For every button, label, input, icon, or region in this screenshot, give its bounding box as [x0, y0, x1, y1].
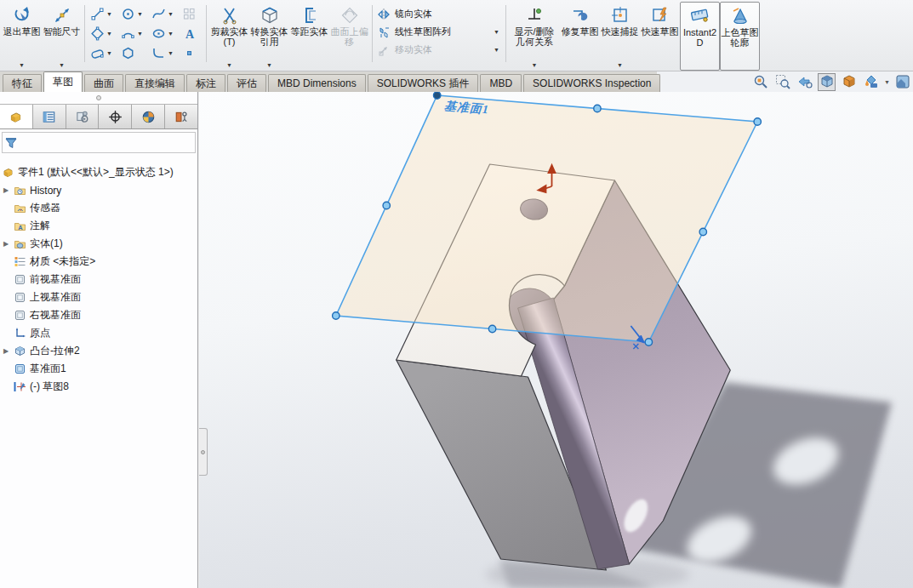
tree-item-history[interactable]: ▶ History: [0, 181, 197, 199]
dropdown-caret-icon[interactable]: ▼: [42, 62, 82, 68]
tab-direct-editing[interactable]: 直接编辑: [125, 74, 185, 92]
spline-icon: [151, 7, 166, 21]
tab-label: 曲面: [94, 77, 114, 91]
zoom-to-area-button[interactable]: [773, 73, 791, 91]
offset-entities-button[interactable]: 等距实体: [289, 2, 329, 71]
tree-item-material[interactable]: 材质 <未指定>: [0, 253, 197, 271]
part-title: 零件1 (默认<<默认>_显示状态 1>): [18, 165, 174, 180]
plane-edge-handle: [699, 228, 706, 235]
viewport-canvas[interactable]: 基准面1: [199, 92, 913, 588]
display-delete-relations-button[interactable]: 显示/删除几何关系 ▼: [509, 2, 560, 71]
smart-dimension-label: 智能尺寸: [43, 26, 81, 37]
dropdown-caret-icon[interactable]: ▼: [168, 50, 174, 56]
quick-snaps-button[interactable]: 快速捕捉 ▼: [600, 2, 640, 71]
dropdown-caret-icon[interactable]: ▼: [106, 50, 112, 56]
tree-item-solid-bodies[interactable]: ▶ 实体(1): [0, 235, 197, 253]
rectangle-tool-button[interactable]: ▼: [88, 24, 118, 43]
surface-offset-button-disabled: 曲面上偏移: [329, 2, 369, 71]
tree-item-top-plane[interactable]: 上视基准面: [0, 288, 197, 306]
reference-plane-face[interactable]: [336, 95, 757, 342]
text-icon: A: [182, 26, 197, 41]
dropdown-caret-icon[interactable]: ▼: [249, 62, 289, 68]
tab-solidworks-addins[interactable]: SOLIDWORKS 插件: [368, 74, 479, 92]
tab-feature-manager[interactable]: [0, 105, 33, 128]
zoom-to-fit-button[interactable]: [751, 73, 769, 91]
instant2d-button[interactable]: Instant2D: [680, 2, 720, 71]
tab-configuration-manager[interactable]: [66, 105, 100, 128]
expand-arrow-icon[interactable]: ▶: [2, 186, 10, 194]
graphics-viewport[interactable]: 基准面1: [199, 92, 913, 588]
tree-item-sensors[interactable]: 传感器: [0, 199, 197, 217]
tab-evaluate[interactable]: 评估: [227, 74, 266, 92]
dropdown-caret-icon[interactable]: ▼: [600, 62, 640, 68]
tab-property-manager[interactable]: [33, 105, 66, 128]
expand-arrow-icon[interactable]: ▶: [2, 240, 10, 248]
spline-tool-button[interactable]: ▼: [149, 4, 180, 24]
shaded-sketch-contours-button[interactable]: 上色草图轮廓: [720, 2, 760, 71]
tab-mbd-dimensions[interactable]: MBD Dimensions: [268, 74, 366, 92]
trim-entities-button[interactable]: 剪裁实体(T) ▼: [209, 2, 249, 71]
line-tool-button[interactable]: ▼: [88, 4, 118, 24]
polygon-tool-button[interactable]: [118, 43, 149, 63]
dropdown-caret-icon[interactable]: ▼: [106, 31, 112, 37]
display-style-icon: [842, 74, 857, 89]
tree-item-plane1[interactable]: 基准面1: [0, 360, 197, 378]
tree-filter-bar[interactable]: [2, 132, 196, 153]
tab-mbd[interactable]: MBD: [480, 74, 522, 92]
apply-scene-button[interactable]: [894, 73, 912, 91]
dropdown-caret-icon[interactable]: ▼: [884, 79, 890, 85]
arc-tool-button[interactable]: ▼: [118, 24, 149, 43]
circle-tool-button[interactable]: ▼: [118, 4, 149, 24]
toolbar-separator: [206, 5, 207, 62]
ellipse-tool-button[interactable]: ▼: [149, 24, 180, 43]
panel-collapse-handle[interactable]: [199, 428, 208, 476]
display-style-button[interactable]: [840, 73, 858, 91]
view-orientation-button[interactable]: [818, 73, 836, 91]
dropdown-caret-icon[interactable]: ▼: [168, 11, 174, 17]
text-tool-button[interactable]: A: [180, 24, 203, 43]
dropdown-caret-icon[interactable]: ▼: [137, 11, 143, 17]
tab-solidworks-inspection[interactable]: SOLIDWORKS Inspection: [523, 74, 660, 92]
tab-cam-manager[interactable]: [165, 105, 197, 128]
exit-sketch-button[interactable]: 退出草图 ▼: [2, 2, 42, 71]
point-icon: [182, 46, 197, 60]
plane-edge-handle: [594, 105, 601, 111]
panel-splitter-handle[interactable]: [0, 92, 197, 104]
tree-item-front-plane[interactable]: 前视基准面: [0, 271, 197, 288]
dropdown-caret-icon[interactable]: ▼: [209, 62, 249, 68]
expand-arrow-icon[interactable]: ▶: [2, 347, 10, 355]
rapid-sketch-button[interactable]: 快速草图: [640, 2, 680, 71]
dropdown-caret-icon[interactable]: ▼: [106, 11, 112, 17]
tree-item-annotations[interactable]: A 注解: [0, 217, 197, 235]
point-tool-button[interactable]: [180, 43, 203, 63]
tab-features[interactable]: 特征: [3, 74, 42, 92]
sketch-fillet-button[interactable]: ▼: [149, 43, 180, 63]
tab-sketch[interactable]: 草图: [43, 71, 83, 92]
plane-corner-handle: [754, 118, 761, 125]
mirror-entities-button[interactable]: 镜向实体: [377, 5, 501, 23]
tab-dimxpert-manager[interactable]: [99, 105, 132, 128]
linear-pattern-button[interactable]: 线性草图阵列 ▼: [377, 23, 501, 41]
previous-view-button[interactable]: [796, 73, 813, 91]
repair-sketch-button[interactable]: 修复草图: [560, 2, 600, 71]
tab-annotation[interactable]: 标注: [186, 74, 225, 92]
slot-tool-button[interactable]: ▼: [88, 43, 118, 63]
smart-dimension-button[interactable]: 智能尺寸 ▼: [42, 2, 82, 71]
dropdown-caret-icon[interactable]: ▼: [2, 62, 42, 68]
dropdown-caret-icon[interactable]: ▼: [168, 31, 174, 37]
tree-item-right-plane[interactable]: 右视基准面: [0, 306, 197, 324]
tab-display-manager[interactable]: [132, 105, 165, 128]
convert-entities-button[interactable]: 转换实体引用 ▼: [249, 2, 289, 71]
dropdown-caret-icon[interactable]: ▼: [509, 62, 560, 68]
sketch-pattern-button-disabled: [180, 4, 203, 24]
trim-entities-icon: [220, 4, 239, 26]
dropdown-caret-icon[interactable]: ▼: [137, 31, 143, 37]
tree-item-sketch8[interactable]: (-) 草图8: [0, 378, 197, 396]
dropdown-caret-icon[interactable]: ▼: [494, 29, 501, 35]
edit-appearance-button[interactable]: [862, 73, 880, 91]
tree-part-root[interactable]: 零件1 (默认<<默认>_显示状态 1>): [0, 163, 197, 181]
history-folder-icon: [14, 184, 26, 197]
tree-item-origin[interactable]: 原点: [0, 324, 197, 342]
tree-item-boss-extrude2[interactable]: ▶ 凸台-拉伸2: [0, 342, 197, 360]
tab-surfaces[interactable]: 曲面: [84, 74, 123, 92]
